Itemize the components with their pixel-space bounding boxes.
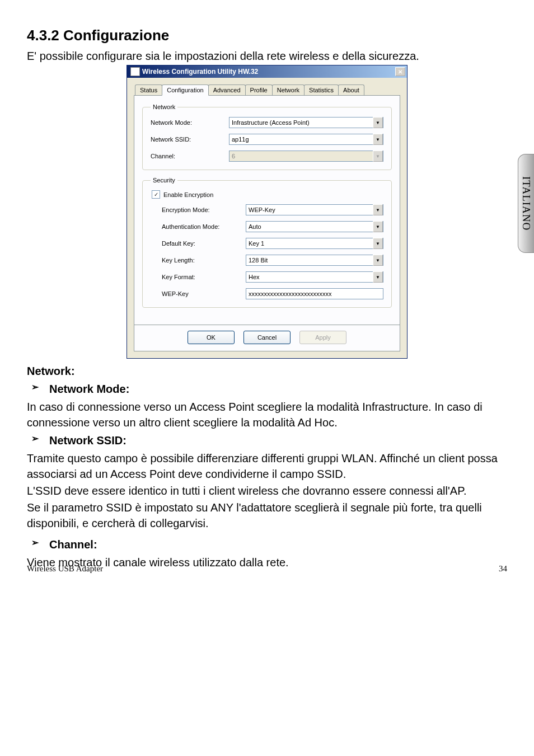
key-length-select[interactable]: 128 Bit ▼ — [246, 255, 383, 266]
chevron-down-icon: ▼ — [373, 238, 383, 249]
enable-encryption-checkbox[interactable]: ✓ — [152, 190, 160, 199]
channel-value: 6 — [232, 153, 373, 159]
tab-advanced[interactable]: Advanced — [208, 84, 246, 95]
config-dialog: Wireless Configuration Utility HW.32 ✕ S… — [127, 65, 407, 359]
network-mode-heading: Network Mode: — [27, 381, 507, 397]
network-mode-label: Network Mode: — [151, 119, 229, 126]
network-group: Network Network Mode: Infrastructure (Ac… — [142, 104, 392, 170]
close-icon[interactable]: ✕ — [395, 67, 405, 76]
dialog-buttons: OK Cancel Apply — [134, 325, 400, 351]
encryption-mode-label: Encryption Mode: — [151, 206, 246, 213]
enable-encryption-label: Enable Encryption — [163, 191, 213, 198]
side-tab-italiano: ITALIANO — [518, 154, 534, 253]
network-mode-select[interactable]: Infrastructure (Access Point) ▼ — [229, 117, 383, 128]
dialog-body: Status Configuration Advanced Profile Ne… — [127, 78, 407, 358]
footer-right: 34 — [499, 564, 507, 574]
network-mode-value: Infrastructure (Access Point) — [232, 119, 373, 126]
chevron-down-icon: ▼ — [373, 221, 383, 232]
wep-key-input[interactable]: xxxxxxxxxxxxxxxxxxxxxxxxxxx — [246, 288, 383, 299]
dialog-title: Wireless Configuration Utility HW.32 — [142, 68, 395, 76]
footer-left: Wireless USB Adapter — [27, 564, 103, 574]
default-key-select[interactable]: Key 1 ▼ — [246, 238, 383, 249]
channel-heading: Channel: — [27, 537, 507, 552]
page-title: 4.3.2 Configurazione — [27, 27, 507, 44]
key-length-label: Key Length: — [151, 257, 246, 264]
dialog-titlebar: Wireless Configuration Utility HW.32 ✕ — [127, 65, 407, 78]
ssid-text-2: L'SSID deve essere identico in tutti i c… — [27, 483, 507, 499]
encryption-mode-value: WEP-Key — [249, 206, 373, 213]
key-length-value: 128 Bit — [249, 257, 373, 264]
ssid-text-1: Tramite questo campo è possibile differe… — [27, 450, 507, 482]
tab-profile[interactable]: Profile — [245, 84, 273, 95]
network-ssid-heading: Network SSID: — [27, 433, 507, 448]
tab-statistics[interactable]: Statistics — [304, 84, 339, 95]
app-icon — [130, 67, 140, 76]
intro-text: E' possibile configurare sia le impostaz… — [27, 50, 507, 63]
channel-select: 6 ▼ — [229, 151, 383, 162]
security-group: Security ✓ Enable Encryption Encryption … — [142, 177, 392, 308]
network-legend: Network — [151, 104, 177, 110]
wep-key-value: xxxxxxxxxxxxxxxxxxxxxxxxxxx — [249, 290, 383, 297]
tab-configuration[interactable]: Configuration — [162, 84, 208, 96]
network-heading: Network: — [27, 363, 507, 379]
default-key-label: Default Key: — [151, 240, 246, 247]
key-format-label: Key Format: — [151, 274, 246, 280]
tab-about[interactable]: About — [338, 84, 364, 95]
tab-network[interactable]: Network — [272, 84, 305, 95]
chevron-down-icon: ▼ — [373, 151, 383, 162]
network-mode-text: In caso di connessione verso un Access P… — [27, 399, 507, 430]
network-ssid-label: Network SSID: — [151, 136, 229, 143]
side-tab-label: ITALIANO — [520, 176, 532, 231]
auth-mode-select[interactable]: Auto ▼ — [246, 221, 383, 232]
auth-mode-label: Authentication Mode: — [151, 223, 246, 230]
key-format-select[interactable]: Hex ▼ — [246, 271, 383, 283]
chevron-down-icon: ▼ — [373, 255, 383, 266]
cancel-button[interactable]: Cancel — [243, 331, 291, 344]
tab-panel: Network Network Mode: Infrastructure (Ac… — [134, 96, 400, 325]
security-legend: Security — [151, 177, 177, 184]
chevron-down-icon: ▼ — [373, 204, 383, 215]
ssid-text-3: Se il parametro SSID è impostato su ANY … — [27, 500, 507, 531]
encryption-mode-select[interactable]: WEP-Key ▼ — [246, 204, 383, 215]
network-ssid-value: ap11g — [232, 136, 373, 143]
tab-strip: Status Configuration Advanced Profile Ne… — [134, 84, 400, 96]
default-key-value: Key 1 — [249, 240, 373, 247]
apply-button: Apply — [299, 331, 346, 344]
wep-key-label: WEP-Key — [151, 290, 246, 297]
tab-status[interactable]: Status — [135, 84, 162, 95]
chevron-down-icon: ▼ — [373, 271, 383, 283]
chevron-down-icon: ▼ — [373, 117, 383, 128]
network-ssid-select[interactable]: ap11g ▼ — [229, 134, 383, 145]
channel-label: Channel: — [151, 153, 229, 159]
page-footer: Wireless USB Adapter 34 — [27, 564, 507, 574]
key-format-value: Hex — [249, 274, 373, 280]
ok-button[interactable]: OK — [188, 331, 235, 344]
chevron-down-icon: ▼ — [373, 134, 383, 145]
auth-mode-value: Auto — [249, 223, 373, 230]
